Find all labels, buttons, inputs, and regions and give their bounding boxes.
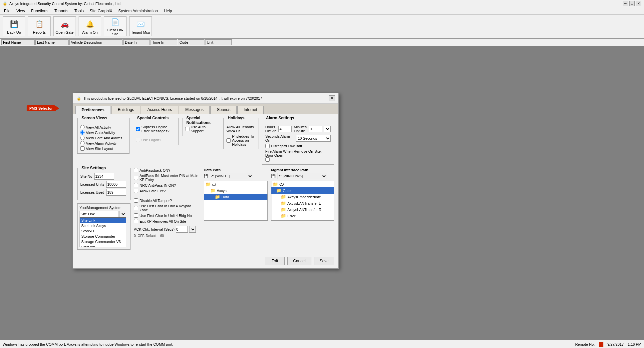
check-nrc-antipass[interactable]: NRC AntiPass IN ON? bbox=[134, 183, 200, 187]
mgmt-tree-error[interactable]: 📁 Error bbox=[271, 213, 334, 219]
cancel-button[interactable]: Cancel bbox=[287, 257, 311, 265]
alarm-on-button[interactable]: 🔔 Alarm On bbox=[79, 16, 101, 36]
yms-input[interactable] bbox=[80, 211, 119, 217]
tab-buildings[interactable]: Buildings bbox=[112, 106, 141, 114]
mgmt-tree-axcys-embedded[interactable]: 📁 AxcysEmbeddedInte bbox=[271, 194, 334, 200]
check-disable-tamper[interactable]: Disable All Tamper? bbox=[134, 198, 200, 203]
menu-site-graphix[interactable]: Site GraphiX bbox=[87, 8, 115, 14]
dialog-title-text: This product is licensed to GLOBAL ELECT… bbox=[83, 96, 262, 100]
minutes-onsite-input[interactable] bbox=[309, 126, 322, 132]
title-bar: 🔒 Axcys Integrated Security Control Syst… bbox=[0, 0, 644, 7]
reports-button[interactable]: 📋 Reports bbox=[28, 16, 51, 36]
yms-dropdown-list[interactable]: Site Link Site Link Axcys Store-IT Stora… bbox=[80, 217, 126, 247]
dialog-title-bar: 🔒 This product is licensed to GLOBAL ELE… bbox=[73, 93, 338, 104]
tenant-msg-button[interactable]: ✉️ Tenant Msg bbox=[129, 16, 152, 36]
yms-option-storage-commander-v3[interactable]: Storage Commander V3 bbox=[80, 239, 126, 244]
close-btn[interactable]: ✕ bbox=[636, 1, 641, 6]
special-controls-title: Special Controls bbox=[136, 116, 170, 120]
check-fire-alarm[interactable] bbox=[265, 157, 331, 162]
check-antipass-in[interactable]: AntiPass IN- Must enter PIN at Main KP E… bbox=[134, 174, 200, 182]
yms-dropdown-arrow[interactable]: ▼ bbox=[120, 211, 126, 217]
open-gate-button[interactable]: 🚗 Open Gate bbox=[53, 16, 76, 36]
menu-tenants[interactable]: Tenants bbox=[52, 8, 71, 14]
tree-item-data[interactable]: 📁 Data bbox=[204, 194, 267, 200]
mgmt-tree-axcys-lan-l[interactable]: 📁 AxcysLANTransfer L bbox=[271, 200, 334, 206]
check-disregard-low-batt[interactable]: Disregard Low Batt bbox=[265, 144, 331, 148]
radio-all-activity[interactable]: View All Activity bbox=[80, 125, 127, 129]
check-supress-engine[interactable]: Supress Engine Error Messages? bbox=[136, 125, 176, 133]
radio-gate-activity[interactable]: View Gate Activity bbox=[80, 130, 127, 135]
check-site-layout[interactable]: View Site Layout bbox=[80, 146, 127, 151]
licensed-units-input[interactable] bbox=[106, 181, 126, 188]
special-notifications-title: Special Notifications bbox=[185, 116, 220, 125]
menu-system-administration[interactable]: System Administration bbox=[116, 8, 161, 14]
remote-label: Remote No: bbox=[575, 342, 595, 346]
data-path-tree[interactable]: 📁 c:\ 📁 Axcys 📁 Data bbox=[204, 181, 268, 221]
check-first-char-bldg[interactable]: Use First Char In Unit 4 Bldg No bbox=[134, 213, 200, 218]
yms-option-site-link[interactable]: Site Link bbox=[80, 218, 126, 223]
ack-input[interactable] bbox=[176, 226, 188, 233]
check-allow-late-exit[interactable]: Allow Late Exit? bbox=[134, 189, 200, 193]
clear-onsite-button[interactable]: 📄 Clear On-Site bbox=[104, 16, 127, 36]
seconds-alarm-select[interactable]: 10 Seconds 30 Seconds 60 Seconds bbox=[296, 135, 331, 142]
status-bar: Windows has dropped the COMM port. Axcys… bbox=[0, 340, 644, 348]
site-settings-section: Site Settings Site No Licensed Units Lic… bbox=[77, 168, 131, 200]
check-antipassback-on[interactable]: AntiPassback ON? bbox=[134, 168, 200, 172]
minimize-btn[interactable]: ─ bbox=[623, 1, 628, 6]
yms-option-store-it[interactable]: Store-IT bbox=[80, 228, 126, 234]
yms-option-storman[interactable]: StorMan bbox=[80, 244, 126, 247]
tab-messages[interactable]: Messages bbox=[179, 106, 210, 114]
dialog-content: Screen Views View All Activity View Gate… bbox=[73, 114, 338, 254]
menu-file[interactable]: File bbox=[1, 8, 13, 14]
tree-item-axcys[interactable]: 📁 Axcys bbox=[204, 187, 267, 194]
menu-tools[interactable]: Tools bbox=[72, 8, 86, 14]
site-no-label: Site No bbox=[80, 174, 92, 178]
tree-item-root[interactable]: 📁 c:\ bbox=[204, 181, 267, 187]
check-use-logon[interactable]: Use Logon? bbox=[136, 138, 176, 142]
col-time-in: Time In bbox=[151, 39, 177, 45]
exit-button[interactable]: Exit bbox=[265, 257, 285, 265]
status-message: Windows has dropped the COMM port. Axcys… bbox=[3, 342, 173, 346]
licenses-used-input[interactable] bbox=[106, 189, 126, 196]
ack-label: ACK Chk. Interval (Secs) bbox=[134, 227, 174, 231]
fire-alarm-label: Fire Alarm When Remove On-Site, Door Ope… bbox=[265, 149, 331, 157]
menu-help[interactable]: Help bbox=[161, 8, 175, 14]
radio-alarm-activity[interactable]: View Alarm Activity bbox=[80, 141, 127, 145]
mgmt-tree-gate[interactable]: 📁 Gate bbox=[271, 187, 334, 194]
yms-option-site-link-axcys[interactable]: Site Link Axcys bbox=[80, 223, 126, 228]
save-button[interactable]: Save bbox=[314, 257, 334, 265]
col-vehicle-desc: Vehicle Description bbox=[69, 39, 123, 45]
mgmt-path-tree[interactable]: 📁 C:\ 📁 Gate 📁 AxcysEmbeddedInte 📁 bbox=[271, 181, 334, 221]
menu-functions[interactable]: Functions bbox=[28, 8, 51, 14]
licensed-units-label: Licensed Units bbox=[80, 182, 104, 186]
mgmt-tree-root[interactable]: 📁 C:\ bbox=[271, 181, 334, 187]
check-exit-kp[interactable]: Exit KP Removes All On Site bbox=[134, 219, 200, 223]
tab-internet[interactable]: Internet bbox=[237, 106, 264, 114]
hours-onsite-input[interactable] bbox=[278, 126, 292, 132]
mgmt-tree-axcys-lan-r[interactable]: 📁 AxcysLANTransfer R bbox=[271, 206, 334, 213]
tabs: Preferences Buildings Access Hours Messa… bbox=[73, 104, 338, 114]
dialog-close-button[interactable]: ✕ bbox=[329, 95, 335, 101]
data-drive-select[interactable]: c: [WIND...] bbox=[210, 173, 253, 179]
yms-option-storage-commander[interactable]: Storage Commander bbox=[80, 234, 126, 239]
menu-view[interactable]: View bbox=[14, 8, 28, 14]
backup-button[interactable]: 💾 Back Up bbox=[3, 16, 25, 36]
mgmt-drive-select[interactable]: c: [WINDOWS] bbox=[277, 173, 327, 179]
tab-preferences[interactable]: Preferences bbox=[75, 106, 111, 114]
check-first-char-keypad[interactable]: Use First Char In Unit 4 Keypad Zone bbox=[134, 204, 200, 212]
maximize-btn[interactable]: □ bbox=[629, 1, 635, 6]
check-auto-support[interactable]: Use Auto Support bbox=[185, 125, 217, 133]
check-holidays-access[interactable]: Privledges To Access on Holidays bbox=[226, 134, 255, 146]
reports-icon: 📋 bbox=[34, 19, 45, 29]
radio-gate-alarms[interactable]: View Gate And Alarms bbox=[80, 136, 127, 140]
mgmt-path-section: Mgmnt Interface Path 💾 c: [WINDOWS] 📁 C:… bbox=[271, 168, 334, 221]
minutes-onsite-select[interactable]: 0 bbox=[324, 126, 331, 132]
special-notifications-section: Special Notifications Use Auto Support bbox=[182, 118, 220, 136]
col-unit: Unit bbox=[205, 39, 232, 45]
tab-access-hours[interactable]: Access Hours bbox=[141, 106, 178, 114]
tab-sounds[interactable]: Sounds bbox=[210, 106, 237, 114]
ack-select[interactable]: ▼ bbox=[189, 226, 196, 233]
site-no-input[interactable] bbox=[94, 173, 114, 180]
pms-selector-callout: PMS Selector bbox=[27, 105, 55, 111]
mgmt-tree-history[interactable]: 📁 History bbox=[271, 219, 334, 221]
